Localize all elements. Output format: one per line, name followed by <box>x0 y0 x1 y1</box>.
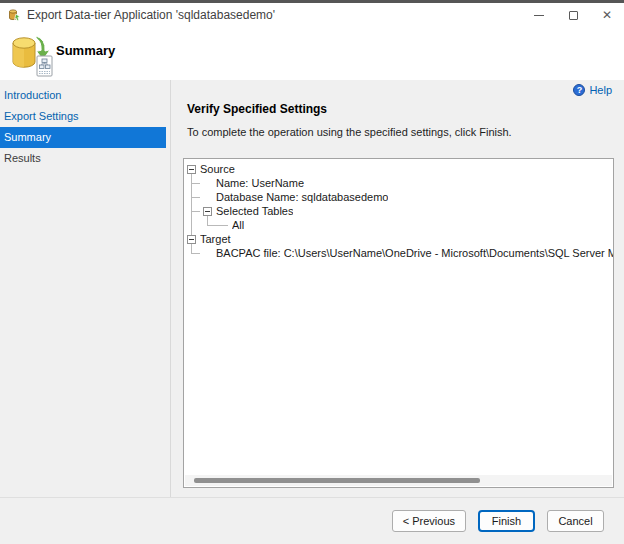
sidebar-nav: IntroductionExport SettingsSummaryResult… <box>0 80 170 497</box>
sidebar-item-summary[interactable]: Summary <box>0 127 166 148</box>
close-icon: ✕ <box>602 9 612 21</box>
tree-node[interactable]: Name: UserName <box>184 176 613 190</box>
sidebar-item-introduction[interactable]: Introduction <box>0 85 170 106</box>
window-controls: ✕ <box>522 3 624 27</box>
export-data-tier-wizard-window: Export Data-tier Application 'sqldatabas… <box>0 0 624 544</box>
help-link[interactable]: ? Help <box>573 84 612 96</box>
tree-node-label: All <box>232 219 244 231</box>
tree-node-label: Selected Tables <box>216 205 293 217</box>
tree-node[interactable]: All <box>184 218 613 232</box>
maximize-button[interactable] <box>556 3 590 27</box>
tree-node[interactable]: Selected Tables <box>184 204 613 218</box>
database-export-icon <box>8 9 21 22</box>
tree-node-label: BACPAC file: C:\Users\UserName\OneDrive … <box>216 247 613 259</box>
main-content: ? Help Verify Specified Settings To comp… <box>171 80 624 497</box>
previous-button[interactable]: < Previous <box>392 510 466 532</box>
sidebar-item-results[interactable]: Results <box>0 148 170 169</box>
scrollbar-thumb[interactable] <box>194 478 480 483</box>
horizontal-scrollbar[interactable] <box>185 475 612 486</box>
sidebar-item-export-settings[interactable]: Export Settings <box>0 106 170 127</box>
minimize-button[interactable] <box>522 3 556 27</box>
cancel-button[interactable]: Cancel <box>547 510 604 532</box>
maximize-icon <box>569 11 578 20</box>
finish-button[interactable]: Finish <box>478 510 535 532</box>
collapse-icon[interactable] <box>203 207 212 216</box>
footer-buttons: < PreviousFinishCancel <box>0 497 624 544</box>
minimize-icon <box>534 15 544 16</box>
verify-settings-heading: Verify Specified Settings <box>187 102 327 116</box>
help-icon: ? <box>573 84 585 96</box>
tree-node-label: Name: UserName <box>216 177 304 189</box>
tree-rows: SourceName: UserNameDatabase Name: sqlda… <box>184 159 613 260</box>
tree-node-label: Source <box>200 163 235 175</box>
instruction-text: To complete the operation using the spec… <box>187 126 512 138</box>
tree-node[interactable]: Target <box>184 232 613 246</box>
collapse-icon[interactable] <box>187 165 196 174</box>
tree-node[interactable]: BACPAC file: C:\Users\UserName\OneDrive … <box>184 246 613 260</box>
tree-node-label: Target <box>200 233 231 245</box>
summary-tree-panel: SourceName: UserNameDatabase Name: sqlda… <box>183 158 614 488</box>
tree-node[interactable]: Database Name: sqldatabasedemo <box>184 190 613 204</box>
tree-node-label: Database Name: sqldatabasedemo <box>216 191 388 203</box>
help-label: Help <box>589 84 612 96</box>
wizard-header: Summary <box>0 27 624 80</box>
page-title: Summary <box>56 43 115 58</box>
collapse-icon[interactable] <box>187 235 196 244</box>
titlebar: Export Data-tier Application 'sqldatabas… <box>0 3 624 27</box>
tree-node[interactable]: Source <box>184 162 613 176</box>
window-title: Export Data-tier Application 'sqldatabas… <box>27 8 275 22</box>
close-button[interactable]: ✕ <box>590 3 624 27</box>
database-export-summary-icon <box>10 35 56 77</box>
